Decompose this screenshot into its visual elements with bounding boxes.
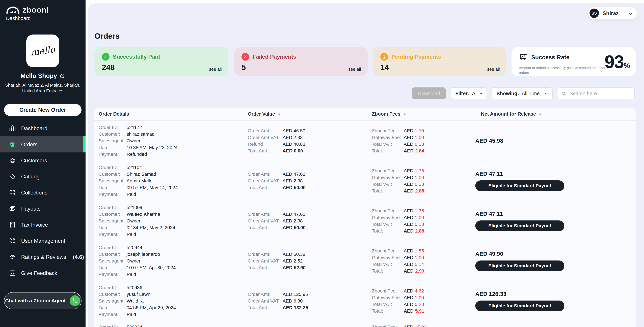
net-amount: AED 47.11 [475, 171, 503, 177]
zbooni-fees-cell: Zbooni Fee:AED1.70 Gateway Fee:AED1.00 T… [372, 127, 475, 154]
card-title: Successfully Paid [113, 54, 160, 60]
order-value-cell: Order Amt:AED 125.95 Order Amt VAT:AED 6… [248, 291, 372, 311]
sidebar-item-give-feedback[interactable]: Give Feedback [0, 265, 86, 281]
sidebar-item-collections[interactable]: Collections [0, 185, 86, 201]
user-menu[interactable]: SS Shiraz [588, 7, 637, 19]
success-rate-title: Success Rate [531, 54, 570, 61]
sidebar-item-label: Dashboard [21, 125, 48, 131]
chevron-down-icon [479, 91, 482, 94]
download-button[interactable]: Download [412, 87, 446, 99]
sales-agent: Owner [126, 258, 140, 264]
see-all-link[interactable]: see all [487, 67, 500, 72]
success-rate-value: 93 [604, 51, 624, 72]
column-header-order-value[interactable]: Order Value▲ [248, 111, 372, 117]
order-id: 521009 [126, 204, 142, 211]
zbooni-fees-cell: Zbooni Fee:AED1.85 Gateway Fee:AED1.00 T… [372, 248, 475, 274]
card-count: 14 [380, 63, 389, 72]
sidebar-item-label: Ratings & Reviews [21, 254, 66, 260]
order-date: 04:56 PM, Apr 29, 2024 [126, 304, 176, 311]
order-value-cell: Order Amt:AED 46.50 Order Amt VAT:AED 2.… [248, 127, 372, 154]
order-details-cell: Order ID:521172 Customer:shiraz samad Sa… [98, 124, 248, 158]
order-value-cell: Order Amt:AED 47.62 Order Amt VAT:AED 2.… [248, 211, 372, 231]
customer: Waleed Kharma [126, 211, 160, 218]
eligible-payout-button[interactable]: Eligible for Standard Payout [475, 301, 564, 311]
see-all-link[interactable]: see all [209, 67, 222, 72]
shop-address: Sharjah, Al Majaz 2, Al Majaz, Sharjah, … [5, 82, 80, 94]
sidebar-menu: Dashboard Orders [0, 120, 86, 281]
order-id: 520936 [126, 284, 142, 291]
sidebar-item-tax-invoice[interactable]: Tax Invoice [0, 217, 86, 233]
payment-status: Paid [126, 271, 136, 278]
sidebar: zbooni Dashboard mello Mello Shopy Sharj… [0, 0, 86, 327]
order-details-cell: Order ID:520934 Customer: [98, 324, 248, 327]
sales-agent: Walid K. [126, 298, 144, 304]
table-header-row: Order Details Order Value▲ Zbooni Fees▲ … [94, 108, 636, 121]
search-input[interactable] [570, 91, 631, 96]
search-icon [561, 90, 566, 96]
order-details-cell: Order ID:521104 Customer:Shiraz Samad Sa… [98, 164, 248, 198]
net-amount: AED 49.90 [475, 251, 503, 257]
order-details-cell: Order ID:521009 Customer:Waleed Kharma S… [98, 204, 248, 238]
filter-dropdown[interactable]: Filter: All [451, 87, 487, 99]
whatsapp-icon [70, 295, 80, 306]
zbooni-fees-cell: Zbooni Fee:AED1.75 Gateway Fee:AED1.00 T… [372, 208, 475, 234]
customer: yusuf Lawn [126, 291, 150, 298]
eligible-payout-button[interactable]: Eligible for Standard Payout [475, 180, 564, 191]
sidebar-item-orders[interactable]: Orders [0, 136, 86, 152]
column-header-order-details: Order Details [98, 111, 248, 117]
grid-icon [9, 189, 16, 196]
successfully-paid-card: ✓ Successfully Paid 248 see all [94, 47, 228, 76]
card-title: Failed Payments [252, 54, 296, 60]
failed-payments-card: ✕ Failed Payments 5 see all [234, 47, 368, 76]
zbooni-fees-cell: Zbooni Fee:AED1.75 Gateway Fee:AED1.00 T… [372, 168, 475, 194]
net-amount: AED 47.11 [475, 211, 503, 217]
sales-agent: Owner [126, 138, 140, 144]
net-amount-cell: AED 47.11 Eligible for Standard Payout [475, 171, 636, 191]
card-title: Pending Payments [392, 54, 441, 60]
success-rate-unit: % [624, 61, 630, 69]
order-id: 521172 [126, 124, 142, 131]
table-row: Order ID:521104 Customer:Shiraz Samad Sa… [94, 161, 636, 201]
create-new-order-button[interactable]: Create New Order [4, 104, 82, 116]
table-row: Order ID:521172 Customer:shiraz samad Sa… [94, 121, 636, 161]
customer: joseph leonardo [126, 251, 160, 258]
column-header-zbooni-fees[interactable]: Zbooni Fees▲ [372, 111, 475, 117]
table-row: Order ID:520936 Customer:yusuf Lawn Sale… [94, 281, 636, 321]
refund-amount: AED 48.83 [282, 141, 305, 148]
sidebar-item-ratings-reviews[interactable]: Ratings & Reviews (4.6) [0, 249, 86, 265]
tag-icon [9, 173, 16, 180]
order-details-cell: Order ID:520944 Customer:joseph leonardo… [98, 244, 248, 278]
sort-asc-icon[interactable]: ▲ [539, 112, 542, 116]
receipt-icon [9, 221, 16, 229]
sidebar-item-label: Orders [21, 141, 38, 148]
eligible-payout-button[interactable]: Eligible for Standard Payout [475, 261, 564, 271]
external-link-icon[interactable] [60, 73, 65, 79]
net-amount: AED 45.98 [475, 138, 503, 144]
showing-dropdown[interactable]: Showing: All Time [492, 87, 552, 99]
order-value-cell: Order Amt:AED 47.62 Order Amt VAT:AED 2.… [248, 171, 372, 191]
filter-label: Filter: [455, 91, 469, 96]
sidebar-item-label: Tax Invoice [21, 222, 48, 228]
sidebar-item-customers[interactable]: Customers [0, 152, 86, 169]
pending-payments-card: Pending Payments 14 see all [373, 47, 506, 76]
customer: Shiraz Samad [126, 171, 156, 178]
filter-value: All [472, 91, 478, 96]
sort-asc-icon[interactable]: ▲ [278, 112, 281, 116]
order-details-cell: Order ID:520936 Customer:yusuf Lawn Sale… [98, 284, 248, 318]
sidebar-item-catalog[interactable]: Catalog [0, 169, 86, 185]
user-add-icon [9, 237, 16, 245]
chat-button-label: Chat with a Zbooni Agent [5, 298, 66, 304]
avatar: SS [590, 8, 599, 18]
shopping-bag-icon [9, 141, 16, 148]
sidebar-item-dashboard[interactable]: Dashboard [0, 120, 86, 136]
success-rate-card: Success Rate Amount of orders successful… [512, 47, 636, 76]
sidebar-item-payouts[interactable]: Payouts [0, 201, 86, 217]
people-icon [9, 157, 16, 164]
eligible-payout-button[interactable]: Eligible for Standard Payout [475, 221, 564, 231]
sidebar-item-user-management[interactable]: User Management [0, 233, 86, 249]
column-header-net-amount[interactable]: Net Amount for Release▲ [475, 111, 636, 117]
success-rate-description: Amount of orders successfully paid vs cr… [519, 65, 613, 75]
see-all-link[interactable]: see all [348, 67, 361, 72]
chat-with-agent-button[interactable]: Chat with a Zbooni Agent [4, 292, 82, 309]
sort-asc-icon[interactable]: ▲ [403, 112, 406, 116]
